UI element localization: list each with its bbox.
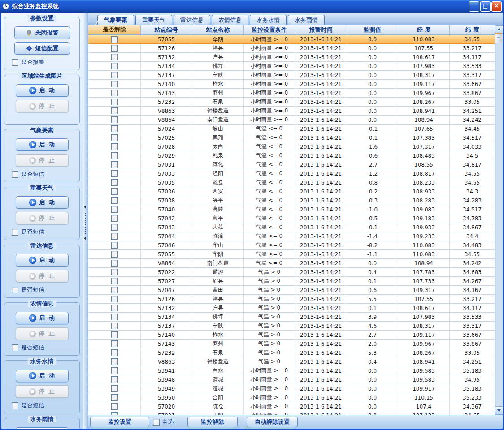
release-checkbox[interactable] [111, 394, 118, 401]
table-row[interactable]: 57021千阳小时雨量 >= 02013-1-6 14:210.0107.133… [88, 411, 495, 415]
tab-4[interactable]: 农情信息 [212, 15, 248, 25]
panel-checkbox[interactable] [12, 229, 18, 236]
start-button[interactable]: 启 动 [16, 312, 69, 324]
release-checkbox[interactable] [111, 188, 118, 195]
maximize-button[interactable]: □ [480, 1, 491, 12]
start-button[interactable]: 启 动 [16, 370, 69, 382]
table-row[interactable]: 57044临潼气温 <= 02013-1-6 14:21-1.4109.2333… [88, 232, 495, 241]
release-checkbox[interactable] [111, 278, 118, 284]
column-header-4[interactable]: 监控设置条件 [244, 25, 295, 34]
release-checkbox[interactable] [111, 376, 118, 383]
select-all-checkbox[interactable] [153, 419, 160, 426]
release-checkbox[interactable] [111, 54, 118, 60]
table-row[interactable]: 57047蓝田气温 > 02013-1-6 14:210.6109.31734.… [88, 286, 495, 295]
tab-5[interactable]: 水务水情 [250, 15, 287, 25]
release-checkbox[interactable] [111, 161, 118, 168]
release-checkbox[interactable] [111, 36, 118, 43]
release-checkbox[interactable] [111, 63, 118, 69]
table-row[interactable]: 57143商州气温 > 02013-1-6 14:212.0109.96733.… [88, 340, 495, 348]
table-row[interactable]: 53948蒲城小时雨量 >= 02013-1-6 14:210.0109.583… [88, 375, 495, 384]
release-checkbox[interactable] [111, 108, 118, 114]
release-checkbox[interactable] [111, 81, 118, 87]
release-checkbox[interactable] [111, 72, 118, 78]
table-row[interactable]: 57042富平气温 <= 02013-1-6 14:21-0.5109.1833… [88, 214, 495, 223]
release-checkbox[interactable] [111, 403, 118, 410]
stop-button[interactable]: 停 止 [16, 385, 69, 398]
release-checkbox[interactable] [111, 143, 118, 150]
release-checkbox[interactable] [111, 224, 118, 231]
table-row[interactable]: 57036西安气温 <= 02013-1-6 14:21-0.2108.9333… [88, 187, 495, 196]
table-row[interactable]: 57126洋县气温 > 02013-1-6 14:215.5107.5533.2… [88, 295, 495, 304]
table-row[interactable]: 57027眉县气温 > 02013-1-6 14:210.1107.73334.… [88, 277, 495, 286]
release-checkbox[interactable] [111, 99, 118, 105]
table-row[interactable]: 57055华阴气温 <= 02013-1-6 14:21-1.1110.0833… [88, 250, 495, 259]
table-row[interactable]: 57031淳化气温 <= 02013-1-6 14:21-2.7108.5534… [88, 160, 495, 169]
start-button[interactable]: 启 动 [16, 196, 69, 209]
release-checkbox[interactable] [111, 305, 118, 311]
close-button[interactable]: × [491, 1, 502, 12]
table-row[interactable]: V8863钟楼盘道小时雨量 >= 02013-1-6 14:210.0108.9… [88, 107, 495, 116]
panel-checkbox[interactable] [12, 402, 18, 409]
release-checkbox[interactable] [111, 197, 118, 204]
table-row[interactable]: 57132户县小时雨量 >= 02013-1-6 14:210.0108.617… [88, 53, 495, 62]
column-header-1[interactable]: 是否解除 [88, 25, 141, 34]
stop-button[interactable]: 停 止 [16, 154, 69, 167]
table-row[interactable]: 57143商州小时雨量 >= 02013-1-6 14:210.0109.967… [88, 89, 495, 98]
auto-release-settings-button[interactable]: 自动解除设置 [247, 417, 298, 427]
release-checkbox[interactable] [111, 340, 118, 347]
release-checkbox[interactable] [111, 206, 118, 213]
column-header-5[interactable]: 报警时间 [295, 25, 347, 34]
scrollbar-up-button[interactable] [495, 25, 503, 34]
splitter-collapse-arrow-top[interactable] [84, 205, 86, 209]
splitter-collapse-arrow-bottom[interactable] [84, 236, 86, 240]
table-row[interactable]: V8863钟楼盘道气温 > 02013-1-6 14:210.4108.9413… [88, 357, 495, 366]
table-row[interactable]: 57038兴平气温 <= 02013-1-6 14:21-0.3108.2833… [88, 196, 495, 205]
table-row[interactable]: 57024岐山气温 <= 02013-1-6 14:21-0.1107.6534… [88, 125, 495, 133]
tab-1[interactable]: 气象要素 [97, 15, 134, 25]
release-checkbox[interactable] [111, 134, 118, 141]
table-row[interactable]: 57046华山气温 <= 02013-1-6 14:21-8.2110.0833… [88, 241, 495, 250]
minimize-button[interactable]: _ [469, 1, 479, 12]
table-row[interactable]: 57043大荔气温 <= 02013-1-6 14:21-0.1109.9333… [88, 223, 495, 232]
sms-config-button[interactable]: 短信配置 [14, 42, 70, 55]
column-header-2[interactable]: 站点编号 [141, 25, 192, 34]
stop-button[interactable]: 停 止 [16, 270, 69, 282]
release-checkbox[interactable] [111, 233, 118, 240]
release-checkbox[interactable] [111, 116, 118, 123]
column-header-8[interactable]: 纬 度 [450, 25, 495, 34]
release-checkbox[interactable] [111, 45, 118, 52]
table-row[interactable]: 53949澄城小时雨量 >= 02013-1-6 14:210.0109.917… [88, 384, 495, 393]
tab-6[interactable]: 水务雨情 [288, 15, 325, 25]
table-row[interactable]: 57126洋县小时雨量 >= 02013-1-6 14:210.0107.553… [88, 44, 495, 53]
stop-button[interactable]: 停 止 [16, 212, 69, 224]
monitor-release-button[interactable]: 监控解除 [187, 417, 238, 427]
panel-checkbox[interactable] [12, 59, 18, 66]
table-row[interactable]: 57140柞水小时雨量 >= 02013-1-6 14:210.0109.117… [88, 80, 495, 89]
tab-3[interactable]: 雷达信息 [174, 15, 210, 25]
release-checkbox[interactable] [111, 260, 118, 267]
close-alarm-button[interactable]: 关闭报警 [14, 26, 70, 39]
table-row[interactable]: 57232石泉小时雨量 >= 02013-1-6 14:210.0108.267… [88, 98, 495, 107]
start-button[interactable]: 启 动 [16, 138, 69, 151]
table-row[interactable]: 57055华阴小时雨量 >= 02013-1-6 14:210.0110.083… [88, 35, 495, 44]
table-row[interactable]: 57035乾县气温 <= 02013-1-6 14:21-0.8108.2333… [88, 178, 495, 187]
release-checkbox[interactable] [111, 242, 118, 249]
table-row[interactable]: 57134佛坪小时雨量 >= 02013-1-6 14:210.0107.983… [88, 62, 495, 71]
table-row[interactable]: 57022麟游气温 > 02013-1-6 14:210.4107.78334.… [88, 268, 495, 277]
table-row[interactable]: 57137宁陕小时雨量 >= 02013-1-6 14:210.0108.317… [88, 71, 495, 80]
monitor-settings-button[interactable]: 监控设置 [90, 417, 149, 427]
table-row[interactable]: 57140柞水气温 > 02013-1-6 14:212.7109.11733.… [88, 331, 495, 340]
table-row[interactable]: 57020陈仓小时雨量 >= 02013-1-6 14:210.0107.434… [88, 402, 495, 411]
table-row[interactable]: 57132户县气温 > 02013-1-6 14:210.1108.61734.… [88, 304, 495, 313]
panel-checkbox[interactable] [12, 287, 18, 293]
release-checkbox[interactable] [111, 385, 118, 392]
start-button[interactable]: 启 动 [16, 427, 69, 429]
sidebar-splitter[interactable] [83, 13, 88, 429]
stop-button[interactable]: 停 止 [16, 327, 69, 340]
table-row[interactable]: 57025凤翔气温 <= 02013-1-6 14:21-0.1107.3833… [88, 133, 495, 142]
table-row[interactable]: 57028太白气温 <= 02013-1-6 14:21-1.6107.3173… [88, 142, 495, 151]
scrollbar-down-button[interactable] [495, 406, 503, 415]
table-row[interactable]: 53950合阳小时雨量 >= 02013-1-6 14:210.0110.153… [88, 393, 495, 402]
table-row[interactable]: 53941白水小时雨量 >= 02013-1-6 14:210.0109.583… [88, 366, 495, 375]
column-header-6[interactable]: 监测值 [347, 25, 398, 34]
